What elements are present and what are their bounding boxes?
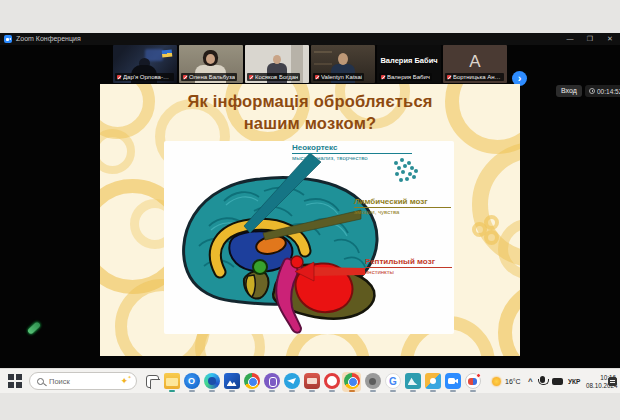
slide-title: Як інформація обробляється нашим мозком?: [100, 91, 520, 135]
meeting-timer: 00:14:52: [585, 85, 620, 97]
dots-cluster-icon: [394, 158, 418, 182]
task-view-button[interactable]: [146, 375, 159, 388]
chrome-active-icon[interactable]: [342, 372, 361, 392]
opera-icon[interactable]: [322, 372, 341, 392]
muted-mic-icon: [447, 75, 451, 79]
brain-diagram-panel: Неокортекс мысли, анализ, творчество Лим…: [164, 141, 454, 334]
zoom-window: Zoom Конференция — ❐ ✕ Дар'я Орлова-Саві…: [0, 33, 620, 393]
participant-tile[interactable]: Valentyn Katsai: [311, 45, 375, 83]
participant-name: Дар'я Орлова-Савівсь...: [123, 74, 172, 80]
mail-icon[interactable]: [302, 372, 321, 392]
muted-mic-icon: [315, 75, 319, 79]
edge-icon[interactable]: [202, 372, 221, 392]
zoom-app-icon: [4, 35, 12, 43]
participant-tile[interactable]: Валерия Бабич Валерия Бабич: [377, 45, 441, 83]
window-title: Zoom Конференция: [16, 35, 81, 42]
presentation-slide: Як інформація обробляється нашим мозком?: [100, 84, 520, 356]
search-icon: [37, 378, 44, 385]
participant-name: Бортницька Анастасія: [453, 74, 502, 80]
participant-tile[interactable]: Олена Бальбуза: [179, 45, 243, 83]
participant-tile[interactable]: Косяков Богдан: [245, 45, 309, 83]
muted-mic-icon: [183, 75, 187, 79]
device-tray-icon[interactable]: [552, 378, 563, 385]
maximize-button[interactable]: ❐: [580, 33, 600, 45]
chrome-icon[interactable]: [242, 372, 261, 392]
microphone-tray-icon[interactable]: [540, 376, 545, 383]
search-placeholder: Поиск: [49, 377, 120, 386]
outlook-icon[interactable]: [182, 372, 201, 392]
participant-strip: Дар'я Орлова-Савівсь... Олена Бальбуза К…: [0, 45, 620, 84]
search-input[interactable]: Поиск ✦: [29, 372, 137, 390]
start-button[interactable]: [8, 374, 23, 389]
taskbar: Поиск ✦ 16°C ^ УКР 10:16 08.10.2024: [0, 368, 620, 393]
label-reptilian: Рептильный мозг инстинкты: [365, 257, 452, 275]
participant-name: Валерия Бабич: [387, 74, 430, 80]
temperature[interactable]: 16°C: [505, 378, 521, 385]
google-icon[interactable]: [383, 372, 402, 392]
hidden-icons-chevron[interactable]: ^: [528, 377, 533, 386]
avatar: A: [443, 52, 507, 72]
chat-icon[interactable]: [463, 372, 482, 392]
silhouette: [206, 54, 215, 64]
silhouette: [338, 53, 348, 65]
zoom-taskbar-icon[interactable]: [443, 372, 462, 392]
clock-icon: [589, 88, 595, 94]
telegram-icon[interactable]: [282, 372, 301, 392]
participant-tile[interactable]: Дар'я Орлова-Савівсь...: [113, 45, 177, 83]
annotation-pencil-icon[interactable]: [27, 321, 41, 335]
muted-mic-icon: [117, 75, 121, 79]
sparkle-icon: ✦: [120, 376, 128, 386]
weather-sun-icon[interactable]: [492, 377, 501, 386]
folder-icon[interactable]: [162, 372, 181, 392]
gallery-icon[interactable]: [403, 372, 422, 392]
brain-illustration: [164, 141, 454, 334]
join-button[interactable]: Вход: [556, 85, 582, 97]
camera-icon[interactable]: [363, 372, 382, 392]
participant-display-name: Валерия Бабич: [377, 56, 441, 65]
language-indicator[interactable]: УКР: [568, 378, 580, 385]
photos-icon[interactable]: [222, 372, 241, 392]
participant-name: Valentyn Katsai: [321, 74, 362, 80]
viber-icon[interactable]: [262, 372, 281, 392]
muted-mic-icon: [381, 75, 385, 79]
silhouette: [273, 55, 281, 64]
close-button[interactable]: ✕: [600, 33, 620, 45]
minimize-button[interactable]: —: [560, 33, 580, 45]
notification-center-icon[interactable]: [608, 377, 617, 386]
window-titlebar: Zoom Конференция — ❐ ✕: [0, 33, 620, 45]
participant-name: Косяков Богдан: [255, 74, 298, 80]
label-limbic: Лимбический мозг эмоции, чувства: [354, 197, 451, 215]
background-shelf: [314, 51, 332, 65]
label-neocortex: Неокортекс мысли, анализ, творчество: [292, 143, 412, 161]
muted-mic-icon: [249, 75, 253, 79]
ukraine-flag: [162, 49, 173, 57]
apps-icon[interactable]: [423, 372, 442, 392]
participant-tile[interactable]: A Бортницька Анастасія: [443, 45, 507, 83]
participant-name: Олена Бальбуза: [189, 74, 235, 80]
